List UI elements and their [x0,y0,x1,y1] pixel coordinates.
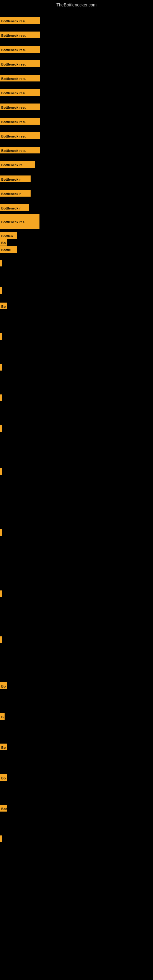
bar-label: Bo [0,774,7,781]
bar-tick [0,333,2,340]
bar-item: Bottleneck res [0,214,40,229]
bar-item [0,395,2,401]
bar-item: Bottleneck resu [0,17,40,24]
bar-item [0,260,2,266]
bar-item [0,835,2,842]
bar-tick [0,260,2,266]
bar-label: Bottleneck r [0,204,29,211]
bar-tick [0,590,2,597]
bar-tick [0,425,2,432]
bar-item [0,636,2,643]
bar-tick [0,364,2,371]
bar-label: Bottleneck resu [0,60,40,67]
bar-label: Bo [0,239,7,246]
chart-container: Bottleneck resuBottleneck resuBottleneck… [0,9,153,976]
bar-item: Bo [0,682,7,689]
bar-item: Bottleneck resu [0,147,40,153]
bar-item [0,333,2,340]
bar-item: Bottleneck r [0,175,30,182]
bar-label: Bottleneck resu [0,32,40,38]
bar-item: Bottleneck resu [0,75,40,81]
bar-item: Bo [0,239,7,246]
bar-label: Bo [0,744,7,750]
bar-item [0,287,2,294]
bar-item [0,425,2,432]
bar-label: Bottlen [0,232,17,239]
bar-item: Bo [0,302,7,309]
bar-item: Bo [0,774,7,781]
bar-item: Bo [0,744,7,750]
bar-item: Bottleneck resu [0,118,40,125]
bar-item: Bottleneck resu [0,132,40,139]
bar-label: Bottleneck resu [0,89,40,96]
bar-item: Bottleneck r [0,204,29,211]
bar-item: Bottle [0,246,17,253]
bar-item: Bottleneck resu [0,89,40,96]
bar-label: Bottleneck r [0,175,30,182]
bar-item: Bottleneck resu [0,103,40,110]
bar-tick [0,636,2,643]
bar-label: Bottleneck res [0,214,40,229]
bar-item: Bottleneck r [0,190,30,197]
bar-label: Bottleneck resu [0,147,40,153]
bar-label: B [0,713,5,720]
bar-tick [0,529,2,536]
bar-item: Bottlen [0,232,17,239]
bar-tick [0,287,2,294]
bar-label: Bottleneck resu [0,17,40,24]
bar-item: Bottleneck re [0,161,35,168]
site-title: TheBottlenecker.com [0,0,153,9]
bar-item: Bottleneck resu [0,32,40,38]
bar-item [0,529,2,536]
bar-label: Bo [0,302,7,309]
bar-label: Bottleneck resu [0,75,40,81]
bar-item: Bot [0,805,7,811]
bar-item: Bottleneck resu [0,46,40,52]
bar-item: B [0,713,5,720]
bar-item [0,364,2,371]
bar-item: Bottleneck resu [0,60,40,67]
bar-label: Bottleneck r [0,190,30,197]
bar-label: Bottleneck resu [0,132,40,139]
bar-tick [0,468,2,475]
bar-tick [0,835,2,842]
bar-label: Bottle [0,246,17,253]
bar-tick [0,395,2,401]
bar-label: Bottleneck resu [0,46,40,52]
bar-label: Bottleneck re [0,161,35,168]
bar-item [0,468,2,475]
bar-item [0,590,2,597]
bar-label: Bottleneck resu [0,103,40,110]
bar-label: Bo [0,682,7,689]
bar-label: Bottleneck resu [0,118,40,125]
bar-label: Bot [0,805,7,811]
